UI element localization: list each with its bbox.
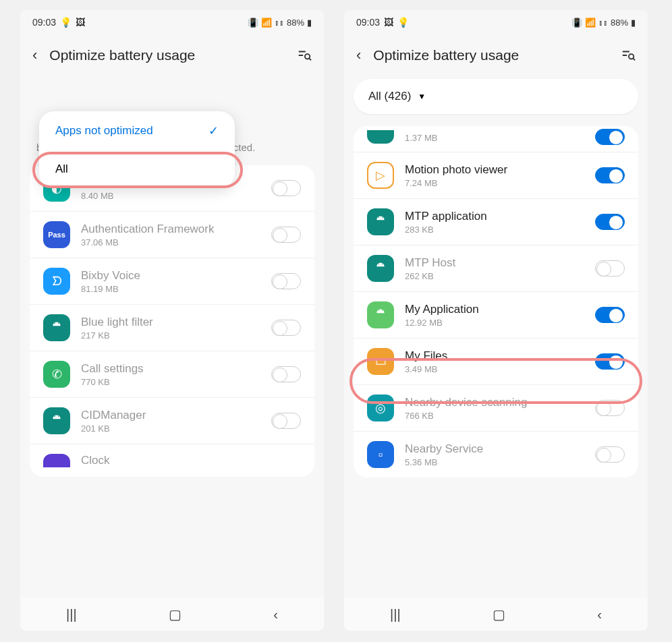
- svg-point-6: [55, 416, 55, 417]
- app-row[interactable]: ◎ Nearby device scanning 766 KB: [354, 385, 638, 432]
- battery-icon: ▮: [307, 18, 312, 28]
- phone-icon: ✆: [43, 361, 70, 388]
- device-icon: ▫: [367, 441, 394, 468]
- android-icon: [367, 255, 394, 282]
- nav-recents[interactable]: |||: [66, 607, 77, 622]
- app-name: MTP Host: [405, 256, 584, 270]
- search-filter-icon[interactable]: [621, 48, 636, 63]
- tip-icon: 💡: [60, 17, 72, 28]
- app-icon: ᗤ: [43, 268, 70, 295]
- battery-text: 88%: [611, 18, 628, 28]
- toggle-switch[interactable]: [595, 214, 625, 230]
- app-size: 766 KB: [405, 411, 584, 421]
- filter-dropdown: Apps not optimized ✓ All: [39, 111, 235, 188]
- dropdown-label: Apps not optimized: [55, 124, 153, 138]
- app-row[interactable]: ▫ Nearby Service 5.36 MB: [354, 432, 638, 477]
- svg-point-16: [379, 310, 379, 311]
- toggle-switch[interactable]: [271, 273, 301, 289]
- app-name: Blue light filter: [81, 316, 260, 329]
- toggle-switch[interactable]: [271, 227, 301, 243]
- android-icon: [43, 407, 70, 434]
- page-header: ‹ Optimize battery usage: [20, 34, 324, 79]
- tip-icon: 💡: [397, 17, 409, 28]
- android-icon: [43, 314, 70, 341]
- app-size: 7.24 MB: [405, 178, 584, 188]
- app-row[interactable]: ᗤ Bixby Voice 81.19 MB: [30, 258, 314, 305]
- android-icon: [367, 208, 394, 235]
- toggle-switch[interactable]: [595, 129, 625, 145]
- image-icon: 🖼: [384, 17, 393, 28]
- status-time: 09:03: [356, 17, 380, 28]
- toggle-switch[interactable]: [595, 353, 625, 370]
- toggle-switch[interactable]: [271, 180, 301, 196]
- app-row[interactable]: MTP Host 262 KB: [354, 245, 638, 292]
- dropdown-option-all[interactable]: All: [39, 150, 235, 188]
- nav-bar: ||| ▢ ‹: [20, 598, 324, 631]
- nav-recents[interactable]: |||: [390, 607, 401, 622]
- clock-icon: [43, 454, 70, 467]
- app-size: 5.36 MB: [405, 457, 584, 467]
- svg-point-15: [382, 264, 383, 264]
- nav-home[interactable]: ▢: [493, 606, 505, 622]
- app-name: Call settings: [81, 362, 260, 376]
- nav-home[interactable]: ▢: [169, 606, 181, 622]
- wifi-icon: 📶: [261, 18, 272, 28]
- svg-point-2: [305, 54, 310, 59]
- toggle-switch[interactable]: [595, 260, 625, 276]
- battery-icon: ▮: [631, 18, 636, 28]
- app-list: ◐ Apps 8.40 MB Pass Authentication Frame…: [30, 165, 314, 477]
- app-row[interactable]: CIDManager 201 KB: [30, 398, 314, 444]
- back-button[interactable]: ‹: [32, 47, 37, 64]
- app-size: 262 KB: [405, 271, 584, 281]
- search-filter-icon[interactable]: [297, 48, 312, 63]
- svg-point-17: [382, 310, 383, 311]
- phone-left: 09:03 💡 🖼 📳 📶 ⫾⫾ 88% ▮ ‹ Optimize batter…: [20, 10, 324, 631]
- app-row[interactable]: 1.37 MB: [354, 126, 638, 152]
- app-row[interactable]: ✆ Call settings 770 KB: [30, 351, 314, 398]
- nav-back[interactable]: ‹: [273, 607, 278, 622]
- app-name: My Files: [405, 349, 584, 363]
- app-icon: Pass: [43, 221, 70, 248]
- toggle-switch[interactable]: [271, 366, 301, 382]
- app-row[interactable]: Blue light filter 217 KB: [30, 305, 314, 351]
- scan-icon: ◎: [367, 395, 394, 421]
- toggle-switch[interactable]: [595, 307, 625, 323]
- toggle-switch[interactable]: [271, 413, 301, 429]
- app-size: 37.06 MB: [81, 237, 260, 247]
- app-row[interactable]: MTP application 283 KB: [354, 199, 638, 245]
- status-bar: 09:03 💡 🖼 📳 📶 ⫾⫾ 88% ▮: [20, 10, 324, 34]
- app-row[interactable]: Pass Authentication Framework 37.06 MB: [30, 212, 314, 258]
- svg-point-4: [55, 323, 55, 324]
- svg-line-3: [309, 59, 311, 61]
- toggle-switch[interactable]: [595, 446, 625, 463]
- app-row[interactable]: My Application 12.92 MB: [354, 292, 638, 339]
- app-size: 201 KB: [81, 424, 260, 434]
- app-row[interactable]: ▷ Motion photo viewer 7.24 MB: [354, 152, 638, 199]
- svg-point-13: [382, 217, 383, 218]
- svg-point-14: [379, 264, 379, 264]
- app-size: 283 KB: [405, 225, 584, 235]
- dropdown-option-not-optimized[interactable]: Apps not optimized ✓: [39, 111, 235, 150]
- app-row[interactable]: Clock: [30, 444, 314, 477]
- app-size: 770 KB: [81, 377, 260, 387]
- page-title: Optimize battery usage: [373, 47, 609, 63]
- image-icon: 🖼: [76, 17, 85, 28]
- app-name: Nearby Service: [405, 442, 584, 456]
- app-row[interactable]: ▭ My Files 3.49 MB: [354, 339, 638, 385]
- app-name: Bixby Voice: [81, 269, 260, 283]
- app-size: 1.37 MB: [405, 133, 584, 143]
- app-size: 217 KB: [81, 330, 260, 341]
- filter-selector[interactable]: All (426) ▼: [354, 79, 638, 114]
- app-name: CIDManager: [81, 409, 260, 422]
- chevron-down-icon: ▼: [418, 92, 426, 101]
- back-button[interactable]: ‹: [356, 47, 361, 64]
- filter-label: All (426): [368, 90, 411, 103]
- toggle-switch[interactable]: [271, 320, 301, 336]
- svg-line-11: [633, 59, 635, 61]
- toggle-switch[interactable]: [595, 167, 625, 183]
- vibrate-icon: 📳: [571, 18, 582, 28]
- signal-icon: ⫾⫾: [275, 18, 284, 28]
- toggle-switch[interactable]: [595, 400, 625, 416]
- nav-back[interactable]: ‹: [597, 607, 602, 622]
- page-header: ‹ Optimize battery usage: [344, 34, 648, 79]
